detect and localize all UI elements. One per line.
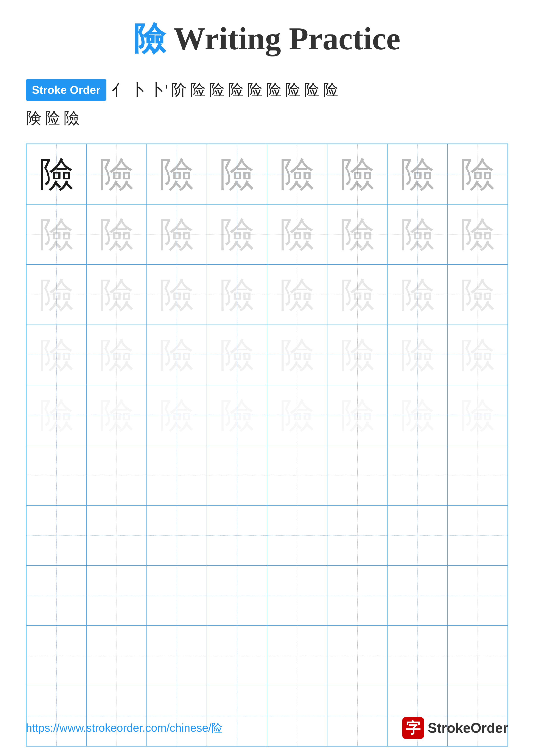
grid-cell[interactable] bbox=[26, 445, 87, 505]
grid-cell[interactable]: 險 bbox=[267, 144, 327, 204]
grid-cell[interactable] bbox=[387, 505, 447, 565]
grid-cell[interactable]: 險 bbox=[387, 204, 447, 264]
grid-cell[interactable] bbox=[26, 565, 87, 626]
grid-cell[interactable] bbox=[327, 445, 387, 505]
cell-char: 險 bbox=[280, 217, 314, 252]
grid-cell[interactable]: 險 bbox=[87, 144, 146, 204]
grid-cell[interactable] bbox=[267, 626, 327, 686]
grid-cell[interactable] bbox=[327, 565, 387, 626]
grid-cell[interactable] bbox=[267, 445, 327, 505]
grid-cell[interactable]: 險 bbox=[26, 385, 87, 445]
stroke-6: 险 bbox=[209, 78, 225, 102]
grid-cell[interactable] bbox=[387, 565, 447, 626]
cell-char: 險 bbox=[400, 217, 435, 252]
grid-cell[interactable] bbox=[147, 505, 207, 565]
grid-cell[interactable] bbox=[26, 626, 87, 686]
grid-cell[interactable]: 險 bbox=[447, 204, 508, 264]
cell-char: 險 bbox=[400, 398, 435, 432]
stroke-13: 険 bbox=[26, 106, 41, 131]
grid-cell[interactable]: 險 bbox=[327, 264, 387, 325]
grid-cell[interactable]: 險 bbox=[327, 204, 387, 264]
cell-char: 險 bbox=[460, 277, 495, 312]
grid-cell[interactable]: 險 bbox=[387, 264, 447, 325]
grid-cell[interactable]: 險 bbox=[267, 264, 327, 325]
stroke-12: 险 bbox=[323, 78, 339, 102]
grid-cell[interactable] bbox=[387, 626, 447, 686]
grid-cell[interactable]: 險 bbox=[87, 264, 146, 325]
grid-cell[interactable]: 險 bbox=[87, 325, 146, 385]
grid-cell[interactable]: 險 bbox=[147, 325, 207, 385]
grid-cell[interactable]: 險 bbox=[207, 325, 267, 385]
grid-cell[interactable]: 險 bbox=[207, 204, 267, 264]
grid-row bbox=[26, 445, 508, 505]
stroke-7: 险 bbox=[228, 78, 243, 102]
grid-cell[interactable]: 險 bbox=[26, 144, 87, 204]
grid-cell[interactable] bbox=[147, 445, 207, 505]
grid-cell[interactable] bbox=[207, 445, 267, 505]
grid-cell[interactable] bbox=[207, 626, 267, 686]
grid-cell[interactable]: 險 bbox=[327, 144, 387, 204]
grid-cell[interactable] bbox=[447, 626, 508, 686]
cell-char: 險 bbox=[280, 398, 314, 432]
grid-cell[interactable] bbox=[327, 505, 387, 565]
cell-char: 險 bbox=[99, 217, 134, 252]
grid-cell[interactable]: 險 bbox=[447, 385, 508, 445]
cell-char: 險 bbox=[280, 338, 314, 372]
grid-cell[interactable]: 險 bbox=[26, 325, 87, 385]
grid-cell[interactable]: 險 bbox=[447, 144, 508, 204]
grid-cell[interactable] bbox=[87, 445, 146, 505]
grid-cell[interactable]: 險 bbox=[207, 144, 267, 204]
stroke-11: 险 bbox=[304, 78, 319, 102]
cell-char: 險 bbox=[460, 217, 495, 252]
stroke-5: 险 bbox=[190, 78, 206, 102]
cell-char: 險 bbox=[159, 277, 194, 312]
grid-cell[interactable]: 險 bbox=[267, 325, 327, 385]
grid-cell[interactable]: 險 bbox=[26, 264, 87, 325]
grid-cell[interactable]: 險 bbox=[147, 144, 207, 204]
grid-cell[interactable]: 險 bbox=[147, 204, 207, 264]
grid-cell[interactable]: 險 bbox=[387, 144, 447, 204]
grid-cell[interactable]: 險 bbox=[267, 385, 327, 445]
grid-row: 險險險險險險險險 bbox=[26, 264, 508, 325]
grid-cell[interactable]: 險 bbox=[207, 385, 267, 445]
cell-char: 險 bbox=[99, 338, 134, 372]
grid-cell[interactable] bbox=[207, 565, 267, 626]
grid-cell[interactable] bbox=[147, 626, 207, 686]
cell-char: 險 bbox=[159, 157, 194, 191]
grid-cell[interactable]: 險 bbox=[387, 325, 447, 385]
grid-cell[interactable] bbox=[267, 505, 327, 565]
grid-cell[interactable]: 險 bbox=[207, 264, 267, 325]
title-char: 險 bbox=[134, 21, 165, 56]
grid-cell[interactable] bbox=[327, 626, 387, 686]
grid-cell[interactable] bbox=[26, 505, 87, 565]
grid-cell[interactable]: 險 bbox=[87, 204, 146, 264]
stroke-order-chars: 亻 卜 卜' 阶 险 险 险 险 险 险 险 险 bbox=[112, 78, 339, 102]
grid-cell[interactable]: 險 bbox=[447, 325, 508, 385]
grid-cell[interactable] bbox=[207, 505, 267, 565]
footer-url[interactable]: https://www.strokeorder.com/chinese/险 bbox=[26, 720, 222, 736]
grid-cell[interactable] bbox=[447, 445, 508, 505]
grid-cell[interactable] bbox=[87, 565, 146, 626]
cell-char: 險 bbox=[220, 277, 254, 312]
grid-cell[interactable]: 險 bbox=[267, 204, 327, 264]
cell-char: 險 bbox=[39, 398, 74, 432]
stroke-2: 卜 bbox=[131, 78, 146, 102]
grid-cell[interactable] bbox=[447, 505, 508, 565]
grid-cell[interactable]: 險 bbox=[327, 325, 387, 385]
grid-cell[interactable] bbox=[387, 445, 447, 505]
grid-cell[interactable]: 險 bbox=[26, 204, 87, 264]
grid-cell[interactable] bbox=[267, 565, 327, 626]
grid-cell[interactable]: 險 bbox=[327, 385, 387, 445]
grid-cell[interactable] bbox=[87, 626, 146, 686]
grid-cell[interactable]: 險 bbox=[387, 385, 447, 445]
grid-cell[interactable]: 險 bbox=[147, 385, 207, 445]
stroke-order-badge: Stroke Order bbox=[26, 79, 106, 101]
grid-cell[interactable] bbox=[87, 505, 146, 565]
grid-cell[interactable]: 險 bbox=[87, 385, 146, 445]
cell-char: 險 bbox=[340, 217, 375, 252]
grid-cell[interactable]: 險 bbox=[447, 264, 508, 325]
stroke-15: 險 bbox=[64, 106, 79, 131]
grid-cell[interactable]: 險 bbox=[147, 264, 207, 325]
grid-cell[interactable] bbox=[447, 565, 508, 626]
grid-cell[interactable] bbox=[147, 565, 207, 626]
